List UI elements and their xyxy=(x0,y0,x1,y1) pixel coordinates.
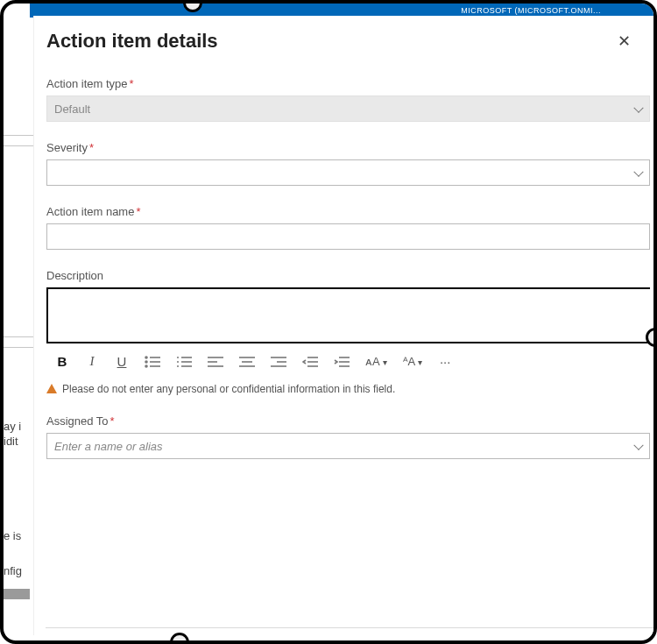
bg-block xyxy=(4,589,30,599)
select-value: Default xyxy=(54,103,90,116)
field-action-item-name: Action item name* xyxy=(46,205,653,250)
chevron-down-icon xyxy=(633,167,643,177)
close-icon: ✕ xyxy=(618,32,631,50)
indent-icon xyxy=(334,356,350,368)
action-item-type-select[interactable]: Default xyxy=(46,96,650,122)
align-left-button[interactable] xyxy=(208,356,223,368)
more-options-button[interactable]: ··· xyxy=(438,354,452,369)
bg-text-fragment: e is xyxy=(4,528,23,543)
svg-point-4 xyxy=(145,365,147,367)
required-indicator: * xyxy=(89,141,94,154)
combobox-placeholder: Enter a name or alias xyxy=(54,440,163,453)
warning-text: Please do not enter any personal or conf… xyxy=(62,383,395,395)
field-action-item-type: Action item type* Default xyxy=(46,77,653,122)
bg-text-fragment: nfig xyxy=(4,563,24,578)
field-description: Description B I U xyxy=(46,269,653,378)
font-size-increase-button[interactable]: ᴬA ▾ xyxy=(403,355,423,368)
account-label: MICROSOFT (MICROSOFT.ONMI... xyxy=(461,6,601,15)
required-indicator: * xyxy=(110,414,115,428)
panel-title: Action item details xyxy=(46,30,218,53)
rich-text-toolbar: B I U xyxy=(46,347,650,378)
chevron-down-icon: ▾ xyxy=(383,357,387,367)
font-size-decrease-button[interactable]: ᴀA ▾ xyxy=(365,355,387,368)
label-text: Action item name xyxy=(46,205,134,218)
bold-button[interactable]: B xyxy=(55,354,69,369)
label-text: Assigned To xyxy=(46,414,109,428)
italic-button[interactable]: I xyxy=(85,354,99,369)
close-button[interactable]: ✕ xyxy=(614,30,634,53)
field-severity: Severity* xyxy=(46,141,653,186)
required-indicator: * xyxy=(130,77,134,90)
side-panel: Action item details ✕ Action item type* … xyxy=(33,16,653,635)
label-action-item-name: Action item name* xyxy=(46,205,650,218)
outdent-button[interactable] xyxy=(302,356,318,368)
svg-point-0 xyxy=(145,357,147,358)
number-list-button[interactable] xyxy=(176,356,192,368)
bg-text-fragment: ay i xyxy=(4,419,23,434)
panel-header: Action item details ✕ xyxy=(46,30,653,53)
bg-rule xyxy=(4,145,33,146)
assigned-to-combobox[interactable]: Enter a name or alias xyxy=(46,433,650,459)
required-indicator: * xyxy=(136,205,140,218)
font-size-icon: ᴀA xyxy=(365,355,379,368)
bg-rule xyxy=(4,336,33,337)
indent-button[interactable] xyxy=(334,356,350,368)
chevron-down-icon xyxy=(633,103,643,113)
label-description: Description xyxy=(46,269,650,282)
severity-select[interactable] xyxy=(46,159,650,186)
bullet-list-icon xyxy=(145,356,160,368)
bg-rule xyxy=(4,135,33,136)
align-left-icon xyxy=(208,356,223,368)
label-action-item-type: Action item type* xyxy=(46,77,650,90)
align-right-button[interactable] xyxy=(271,356,286,368)
chevron-down-icon: ▾ xyxy=(418,357,422,367)
font-size-icon: ᴬA xyxy=(403,355,415,368)
window-frame: MICROSOFT (MICROSOFT.ONMI... ay i idit e… xyxy=(0,0,657,644)
label-assigned-to: Assigned To* xyxy=(46,414,650,428)
bullet-list-button[interactable] xyxy=(145,356,160,368)
chevron-down-icon xyxy=(633,441,643,450)
number-list-icon xyxy=(176,356,192,368)
privacy-warning: Please do not enter any personal or conf… xyxy=(46,383,653,395)
footer-divider xyxy=(46,627,653,628)
label-text: Severity xyxy=(46,141,88,154)
bg-rule xyxy=(4,347,33,348)
description-textarea[interactable] xyxy=(46,287,650,343)
action-item-name-input[interactable] xyxy=(46,223,650,250)
underline-button[interactable]: U xyxy=(115,354,129,369)
bg-text-fragment: idit xyxy=(4,434,20,449)
align-center-button[interactable] xyxy=(239,356,255,368)
outdent-icon xyxy=(302,356,318,368)
svg-point-2 xyxy=(145,361,147,363)
align-right-icon xyxy=(271,356,286,368)
field-assigned-to: Assigned To* Enter a name or alias xyxy=(46,414,653,459)
label-severity: Severity* xyxy=(46,141,650,154)
label-text: Action item type xyxy=(46,77,128,90)
label-text: Description xyxy=(46,269,103,282)
align-center-icon xyxy=(239,356,255,368)
warning-icon xyxy=(46,384,57,393)
